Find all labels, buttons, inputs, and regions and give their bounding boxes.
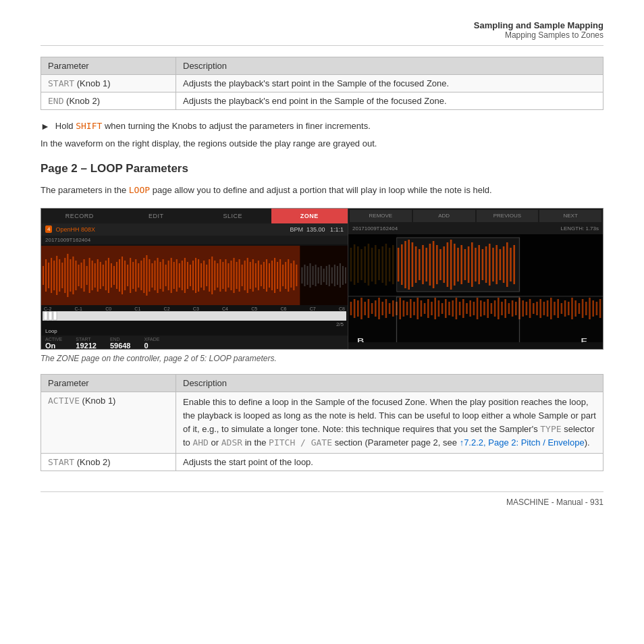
svg-rect-89 [279,259,281,292]
ctrl-right-info: 20171009T162404 LENGTH: 1.73s [348,223,603,234]
svg-rect-160 [360,249,363,280]
ctrl-param-active-value: On [45,342,62,350]
svg-rect-77 [247,258,248,293]
svg-rect-126 [415,246,417,283]
bottom-table-col1-header: Parameter [41,374,176,392]
svg-rect-28 [113,266,115,285]
svg-rect-237 [582,299,584,318]
svg-rect-92 [288,259,289,292]
svg-rect-7 [56,256,57,295]
svg-rect-211 [491,303,493,314]
svg-rect-48 [168,261,169,290]
svg-rect-39 [143,258,144,293]
svg-rect-205 [469,300,471,317]
svg-rect-100 [310,263,311,288]
svg-rect-221 [526,302,528,315]
svg-rect-106 [326,266,327,285]
header-title: Sampling and Sample Mapping [41,20,603,30]
svg-rect-85 [269,263,270,288]
ctrl-param-end: END 59648 [110,337,131,350]
svg-rect-187 [406,302,408,315]
ctrl-right-tabs: REMOVE ADD PREVIOUS NEXT [348,209,603,223]
svg-rect-204 [466,303,468,314]
svg-rect-173 [357,300,359,317]
svg-rect-109 [334,265,336,286]
page-header: Sampling and Sample Mapping Mapping Samp… [41,20,603,46]
svg-rect-125 [412,242,414,287]
svg-rect-195 [434,298,436,319]
svg-rect-138 [457,248,459,281]
svg-rect-235 [574,300,576,317]
svg-rect-105 [323,269,325,282]
svg-rect-143 [475,248,477,281]
ctrl-right-tab-remove: REMOVE [350,210,412,222]
svg-rect-52 [179,263,180,288]
svg-rect-197 [441,303,444,314]
svg-rect-71 [230,261,232,290]
svg-rect-175 [364,302,366,315]
svg-rect-49 [171,258,172,293]
table-row: START (Knob 2) Adjusts the start point o… [41,454,603,471]
svg-rect-220 [522,300,524,317]
svg-rect-216 [508,303,510,314]
table-row: END (Knob 2) Adjusts the playback's end … [41,92,603,110]
svg-rect-196 [438,300,440,317]
svg-rect-165 [378,249,380,280]
svg-rect-69 [225,259,226,292]
svg-rect-27 [111,263,112,288]
svg-rect-234 [571,298,573,319]
svg-rect-20 [92,261,93,290]
top-table-row2-desc: Adjusts the playback's end point in the … [176,92,603,110]
ctrl-sample-info: 4 OpenHH 808X BPM 135.00 1:1:1 [41,223,348,236]
ctrl-right-panel: REMOVE ADD PREVIOUS NEXT 20171009T162404… [348,209,603,349]
svg-rect-112 [342,266,344,285]
ctrl-loop-label: Loop [41,328,348,336]
svg-rect-124 [408,240,410,290]
svg-rect-116 [49,311,52,320]
svg-rect-149 [495,245,498,284]
ctrl-keyboard [43,311,346,321]
svg-rect-114 [43,311,346,321]
loop-intro: The parameters in the LOOP page allow yo… [41,184,603,197]
top-table-col2-header: Description [176,57,603,75]
marker-b: B [357,336,364,342]
svg-rect-130 [429,244,431,286]
svg-rect-139 [460,245,462,284]
svg-rect-12 [70,259,71,292]
svg-rect-72 [234,258,235,293]
svg-rect-91 [285,262,286,289]
svg-rect-146 [485,246,487,283]
svg-rect-53 [182,261,183,290]
svg-rect-217 [512,300,514,317]
svg-rect-225 [539,299,541,318]
svg-rect-142 [471,242,473,287]
svg-rect-78 [250,262,251,289]
svg-rect-210 [487,299,489,318]
svg-rect-181 [385,299,387,318]
svg-rect-19 [89,258,90,293]
svg-rect-157 [350,248,352,281]
svg-rect-104 [321,266,322,285]
ctrl-tab-edit: EDIT [118,209,195,223]
svg-rect-134 [443,246,445,283]
ctrl-right-tab-previous: PREVIOUS [477,210,539,222]
svg-rect-208 [480,300,482,317]
svg-rect-5 [51,258,52,293]
svg-rect-209 [483,302,485,315]
svg-rect-206 [473,302,475,315]
pitch-envelope-link[interactable]: ↑7.2.2, Page 2: Pitch / Envelope [460,437,585,448]
svg-rect-137 [454,244,456,286]
svg-rect-24 [103,265,104,286]
ctrl-waveform-area [41,246,348,305]
svg-rect-171 [350,302,352,315]
bottom-table-row2-param: START (Knob 2) [41,454,176,471]
ctrl-left-panel: RECORD EDIT SLICE ZONE 4 OpenHH 808X BPM… [41,209,348,349]
svg-rect-174 [360,298,363,319]
svg-rect-229 [554,302,556,315]
svg-rect-230 [557,299,559,318]
svg-rect-150 [500,249,502,280]
svg-rect-215 [504,299,506,318]
svg-rect-198 [445,299,447,318]
svg-rect-14 [75,261,76,290]
svg-rect-154 [513,245,515,284]
